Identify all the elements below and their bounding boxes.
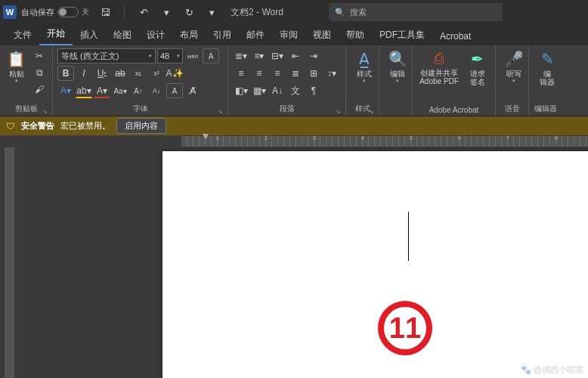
font-size-select[interactable]: 48▾ bbox=[157, 48, 183, 64]
ruler-vertical[interactable] bbox=[0, 147, 19, 378]
cut-icon[interactable]: ✂ bbox=[31, 48, 48, 64]
autosave[interactable]: 自动保存 关 bbox=[21, 7, 89, 18]
editor-icon: ✎ bbox=[541, 50, 554, 68]
text-effects-button[interactable]: A‍✨ bbox=[166, 66, 183, 81]
paragraph-launcher[interactable]: ↘ bbox=[336, 108, 341, 115]
group-label-font: 字体 ↘ bbox=[57, 103, 223, 115]
line-spacing-button[interactable]: ↕▾ bbox=[323, 66, 340, 81]
text-direction-button[interactable]: 文 bbox=[287, 83, 304, 98]
increase-indent-button[interactable]: ⇥ bbox=[305, 48, 322, 64]
tab-references[interactable]: 引用 bbox=[206, 24, 239, 45]
security-warning-text: 宏已被禁用。 bbox=[60, 120, 110, 132]
tab-view[interactable]: 视图 bbox=[305, 24, 339, 45]
font-launcher[interactable]: ↘ bbox=[218, 108, 223, 115]
show-marks-button[interactable]: ¶ bbox=[305, 83, 322, 98]
tab-design[interactable]: 设计 bbox=[139, 24, 172, 45]
editing-button[interactable]: 🔍 编辑 ▾ bbox=[384, 48, 411, 85]
font-fill-button[interactable]: A▾ bbox=[57, 83, 74, 98]
autosave-label: 自动保存 bbox=[21, 7, 54, 18]
security-warning-title: 安全警告 bbox=[21, 120, 54, 132]
workspace bbox=[0, 147, 588, 378]
shrink-font-button[interactable]: A↓ bbox=[148, 83, 165, 98]
security-warning-bar: 🛡 安全警告 宏已被禁用。 启用内容 bbox=[0, 116, 588, 135]
undo-dropdown[interactable]: ▾ bbox=[158, 4, 175, 20]
editor-button[interactable]: ✎ 编辑器 bbox=[534, 48, 561, 88]
document-area[interactable] bbox=[19, 147, 588, 378]
separator bbox=[124, 6, 125, 18]
autosave-status: 关 bbox=[82, 7, 89, 17]
clear-format-button[interactable]: A̸ bbox=[184, 83, 201, 98]
justify-button[interactable]: ≣ bbox=[287, 66, 304, 81]
font-name-select[interactable]: 等线 (西文正文)▾ bbox=[57, 48, 156, 64]
align-center-button[interactable]: ≡ bbox=[251, 66, 268, 81]
word-app-icon: W bbox=[3, 5, 17, 19]
change-case-button[interactable]: A bbox=[166, 83, 183, 98]
bullets-button[interactable]: ≣▾ bbox=[233, 48, 249, 64]
bold-button[interactable]: B bbox=[57, 66, 74, 81]
clipboard-launcher[interactable]: ↘ bbox=[42, 108, 48, 115]
tab-help[interactable]: 帮助 bbox=[339, 24, 372, 45]
text-cursor bbox=[408, 212, 409, 261]
shield-icon: 🛡 bbox=[6, 121, 15, 132]
dictate-button[interactable]: 🎤 听写 ▾ bbox=[500, 48, 528, 85]
group-label-clipboard: 剪贴板 ↘ bbox=[5, 103, 48, 115]
tab-pdf-tools[interactable]: PDF工具集 bbox=[372, 24, 432, 45]
tab-draw[interactable]: 绘图 bbox=[106, 24, 139, 45]
font-color-button[interactable]: A▾ bbox=[94, 83, 110, 98]
request-sign-button[interactable]: ✒ 请求签名 bbox=[464, 48, 491, 88]
create-share-pdf-button[interactable]: ⎙ 创建并共享Adobe PDF bbox=[417, 48, 461, 87]
group-editor: ✎ 编辑器 编辑器 bbox=[529, 45, 562, 116]
mic-icon: 🎤 bbox=[505, 50, 524, 68]
tab-acrobat[interactable]: Acrobat bbox=[432, 26, 478, 45]
ruler-horizontal[interactable]: 12345678910111213141516 bbox=[19, 135, 588, 147]
search-icon: 🔍 bbox=[335, 8, 345, 17]
group-clipboard: 📋 粘贴 ▾ ✂ ⧉ 🖌 剪贴板 ↘ bbox=[0, 45, 53, 116]
qat-customize[interactable]: ▾ bbox=[203, 4, 220, 20]
tab-insert[interactable]: 插入 bbox=[73, 24, 106, 45]
italic-button[interactable]: I bbox=[76, 66, 92, 81]
undo-icon[interactable]: ↶ bbox=[135, 4, 152, 20]
char-shading-button[interactable]: Aa▾ bbox=[112, 83, 128, 98]
search-input[interactable]: 🔍 搜索 bbox=[329, 3, 503, 21]
strike-button[interactable]: ab bbox=[112, 66, 128, 81]
tab-layout[interactable]: 布局 bbox=[172, 24, 206, 45]
shading-button[interactable]: ◧▾ bbox=[233, 83, 249, 98]
page[interactable] bbox=[162, 151, 588, 378]
borders-button[interactable]: ▦▾ bbox=[251, 83, 268, 98]
underline-button[interactable]: U ▾ bbox=[94, 66, 110, 81]
sort-button[interactable]: A↓ bbox=[269, 83, 286, 98]
styles-icon: A̲ bbox=[359, 50, 370, 68]
enclose-char-button[interactable]: A bbox=[203, 48, 219, 64]
decrease-indent-button[interactable]: ⇤ bbox=[287, 48, 304, 64]
multilevel-button[interactable]: ⊟▾ bbox=[269, 48, 286, 64]
align-right-button[interactable]: ≡ bbox=[269, 66, 286, 81]
styles-button[interactable]: A̲ 样式 ▾ bbox=[351, 48, 378, 85]
autosave-toggle[interactable] bbox=[57, 7, 79, 17]
format-painter-icon[interactable]: 🖌 bbox=[31, 82, 48, 97]
grow-font-button[interactable]: A↑ bbox=[130, 83, 147, 98]
tab-home[interactable]: 开始 bbox=[39, 23, 73, 45]
redo-icon[interactable]: ↻ bbox=[181, 4, 197, 20]
tab-mailings[interactable]: 邮件 bbox=[239, 24, 272, 45]
ribbon: 📋 粘贴 ▾ ✂ ⧉ 🖌 剪贴板 ↘ 等线 (西文正文)▾ 48▾ bbox=[0, 45, 588, 116]
group-editing: 🔍 编辑 ▾ bbox=[379, 45, 413, 116]
annotation-badge: 11 bbox=[378, 301, 432, 355]
paste-button[interactable]: 📋 粘贴 ▾ bbox=[5, 48, 28, 85]
save-icon[interactable]: 🖫 bbox=[97, 4, 113, 20]
copy-icon[interactable]: ⧉ bbox=[31, 65, 48, 80]
tab-file[interactable]: 文件 bbox=[6, 24, 39, 45]
superscript-button[interactable]: x² bbox=[148, 66, 165, 81]
tab-review[interactable]: 审阅 bbox=[272, 24, 305, 45]
numbering-button[interactable]: ≡▾ bbox=[251, 48, 268, 64]
title-bar: W 自动保存 关 🖫 ↶ ▾ ↻ ▾ 文档2 - Word 🔍 搜索 bbox=[0, 0, 588, 24]
styles-launcher[interactable]: ↘ bbox=[369, 108, 374, 115]
find-icon: 🔍 bbox=[388, 50, 407, 68]
enable-content-button[interactable]: 启用内容 bbox=[116, 118, 166, 134]
align-left-button[interactable]: ≡ bbox=[233, 66, 249, 81]
chevron-down-icon: ▾ bbox=[15, 78, 18, 84]
highlight-button[interactable]: ab▾ bbox=[76, 83, 92, 98]
ruler-numbers: 12345678910111213141516 bbox=[181, 135, 588, 141]
pinyin-guide-button[interactable]: wén bbox=[184, 48, 201, 64]
subscript-button[interactable]: x₂ bbox=[130, 66, 147, 81]
distribute-button[interactable]: ⊞ bbox=[305, 66, 322, 81]
